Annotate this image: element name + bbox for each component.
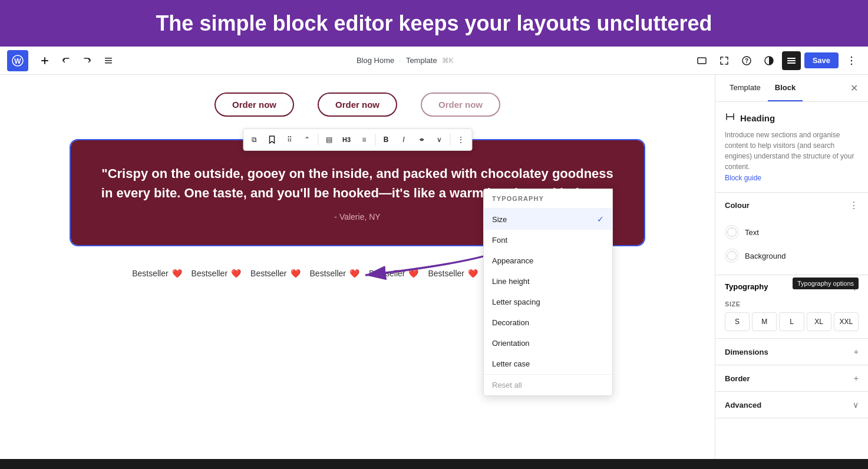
- drag-block-button[interactable]: ⠿: [281, 131, 298, 148]
- advanced-header[interactable]: Advanced ∨: [715, 392, 868, 418]
- size-m-button[interactable]: M: [752, 312, 777, 331]
- advanced-section: Advanced ∨: [715, 392, 868, 418]
- more-button[interactable]: [842, 51, 861, 70]
- border-section: Border +: [715, 365, 868, 392]
- size-xxl-button[interactable]: XXL: [834, 312, 859, 331]
- svg-text:?: ?: [745, 58, 748, 64]
- bg-colour-label: Background: [745, 252, 786, 260]
- template-label: Template: [406, 56, 437, 65]
- typo-item-letter-spacing[interactable]: Letter spacing: [484, 292, 612, 312]
- typography-popup-header: TYPOGRAPHY: [484, 189, 612, 209]
- bestseller-2: Bestseller ❤️: [192, 269, 241, 278]
- toolbar-center: Blog Home · Template ⌘K: [120, 56, 690, 65]
- bestseller-4: Bestseller ❤️: [310, 269, 359, 278]
- separator-2: [375, 134, 375, 146]
- colour-text-option[interactable]: Text: [725, 220, 859, 244]
- add-block-button[interactable]: [35, 51, 54, 70]
- colour-title: Colour: [725, 201, 750, 210]
- settings-button[interactable]: [782, 51, 801, 70]
- svg-rect-11: [787, 58, 796, 59]
- border-add-icon[interactable]: +: [854, 374, 859, 383]
- bestseller-3: Bestseller ❤️: [250, 269, 300, 278]
- expand-button[interactable]: [715, 51, 734, 70]
- svg-rect-5: [105, 60, 112, 61]
- svg-rect-12: [787, 60, 796, 61]
- block-guide-link[interactable]: Block guide: [725, 174, 761, 182]
- tab-block[interactable]: Block: [768, 75, 803, 101]
- dimensions-header[interactable]: Dimensions +: [715, 339, 868, 365]
- contrast-button[interactable]: [760, 51, 778, 70]
- dropdown-button[interactable]: ∨: [431, 131, 447, 148]
- block-description: Introduce new sections and organise cont…: [725, 130, 859, 172]
- dimensions-add-icon[interactable]: +: [854, 347, 859, 356]
- toolbar: W: [0, 47, 868, 75]
- typo-item-size[interactable]: Size ✓: [484, 209, 612, 230]
- typo-item-letter-case[interactable]: Letter case: [484, 354, 612, 374]
- toolbar-right: ? Save: [692, 51, 861, 70]
- wp-logo[interactable]: W: [7, 50, 28, 71]
- typo-item-line-height[interactable]: Line height: [484, 271, 612, 292]
- typography-section: Typography ⋮ Typography options SIZE S M…: [715, 275, 868, 339]
- size-buttons: S M L XL XXL: [725, 312, 859, 331]
- block-title: Heading: [740, 113, 775, 123]
- colour-options-icon[interactable]: ⋮: [849, 200, 859, 211]
- size-s-button[interactable]: S: [725, 312, 750, 331]
- size-section: SIZE S M L XL XXL: [715, 298, 868, 338]
- link-button[interactable]: [413, 131, 430, 148]
- move-block-button[interactable]: ⌃: [299, 131, 315, 148]
- colour-options: Text Background: [715, 218, 868, 275]
- editor-frame: W: [0, 47, 868, 459]
- heading-icon: [725, 111, 735, 125]
- bestseller-6: Bestseller ❤️: [428, 269, 477, 278]
- typo-item-decoration[interactable]: Decoration: [484, 312, 612, 333]
- align-left-button[interactable]: ▤: [321, 131, 337, 148]
- separator-1: [318, 134, 318, 146]
- svg-point-14: [851, 56, 852, 57]
- bookmark-block-button[interactable]: [263, 131, 280, 148]
- size-label: SIZE: [725, 300, 859, 308]
- typography-options-button[interactable]: ⋮ Typography options: [851, 282, 859, 291]
- typo-item-font[interactable]: Font: [484, 230, 612, 250]
- copy-block-button[interactable]: ⧉: [246, 131, 262, 148]
- list-view-button[interactable]: [99, 51, 118, 70]
- advanced-title: Advanced: [725, 401, 761, 409]
- size-xl-button[interactable]: XL: [807, 312, 831, 331]
- editor-main: Order now Order now Order now ⧉ ⠿: [0, 75, 868, 459]
- more-options-button[interactable]: ⋮: [453, 131, 469, 148]
- border-title: Border: [725, 374, 750, 383]
- dimensions-title: Dimensions: [725, 348, 768, 356]
- text-colour-inner: [727, 227, 737, 237]
- align-center-button[interactable]: ≡: [356, 131, 372, 148]
- typo-item-appearance[interactable]: Appearance: [484, 250, 612, 271]
- save-button[interactable]: Save: [804, 52, 839, 68]
- order-now-button-1[interactable]: Order now: [214, 93, 294, 117]
- svg-text:W: W: [14, 57, 21, 65]
- typo-item-orientation[interactable]: Orientation: [484, 333, 612, 354]
- tab-template[interactable]: Template: [722, 75, 768, 101]
- banner: The simple block editor keeps your layou…: [0, 0, 868, 47]
- size-l-button[interactable]: L: [779, 312, 804, 331]
- typography-popup: TYPOGRAPHY Size ✓ Font Appearance Line h…: [483, 189, 613, 396]
- bg-colour-circle: [725, 249, 739, 263]
- colour-section-header[interactable]: Colour ⋮: [715, 193, 868, 218]
- separator: ·: [399, 56, 401, 65]
- dimensions-section: Dimensions +: [715, 339, 868, 365]
- panel-close-button[interactable]: ✕: [847, 81, 861, 95]
- italic-button[interactable]: I: [395, 131, 412, 148]
- svg-point-15: [851, 60, 852, 61]
- order-now-button-2[interactable]: Order now: [318, 93, 397, 117]
- block-info: Heading Introduce new sections and organ…: [715, 102, 868, 193]
- typo-reset-all[interactable]: Reset all: [484, 374, 612, 395]
- preview-button[interactable]: [692, 51, 711, 70]
- order-now-button-3[interactable]: Order now: [421, 93, 500, 117]
- redo-button[interactable]: [78, 51, 97, 70]
- typography-section-header[interactable]: Typography ⋮ Typography options: [715, 275, 868, 298]
- border-header[interactable]: Border +: [715, 365, 868, 391]
- h3-button[interactable]: H3: [338, 131, 355, 148]
- panel-tabs: Template Block ✕: [715, 75, 868, 102]
- undo-button[interactable]: [57, 51, 75, 70]
- help-button[interactable]: ?: [737, 51, 756, 70]
- advanced-chevron-icon[interactable]: ∨: [853, 400, 859, 409]
- colour-bg-option[interactable]: Background: [725, 244, 859, 267]
- bold-button[interactable]: B: [378, 131, 394, 148]
